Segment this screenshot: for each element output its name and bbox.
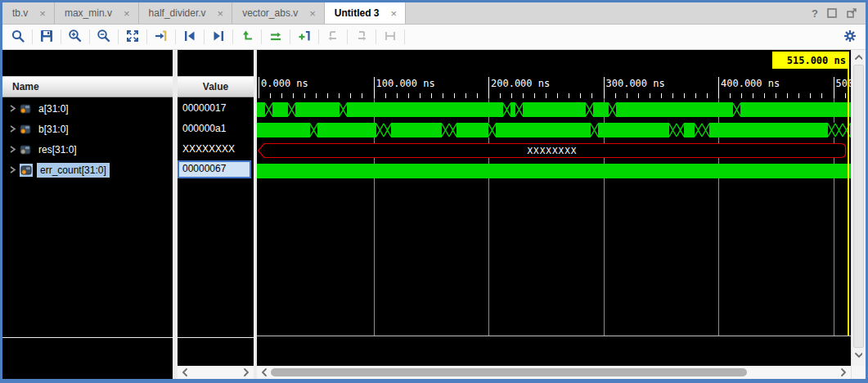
signal-value-cell[interactable]: 00000017 <box>178 98 254 119</box>
scroll-down-icon[interactable] <box>852 349 864 363</box>
add-marker-button[interactable] <box>294 27 315 47</box>
tab-label: Untitled 3 <box>335 7 380 19</box>
zoom-in-button[interactable] <box>65 27 86 47</box>
bus-transition <box>828 123 850 137</box>
next-marker-icon <box>268 29 283 46</box>
tab-close-icon[interactable]: × <box>39 8 46 19</box>
tab-untitled-3[interactable]: Untitled 3× <box>325 2 406 24</box>
bus-transition <box>503 102 510 117</box>
expand-icon[interactable] <box>9 165 16 174</box>
gear-icon <box>843 29 857 46</box>
wave-vertical-scrollbar[interactable] <box>851 50 866 379</box>
value-header-label: Value <box>203 81 228 92</box>
bus-signal-icon <box>20 145 31 155</box>
zoom-out-button[interactable] <box>93 27 115 47</box>
toolbar-separator <box>146 29 147 44</box>
tab-close-icon[interactable]: × <box>391 8 398 19</box>
signal-value-cell[interactable]: XXXXXXXX <box>178 139 254 160</box>
wave-horizontal-scrollbar[interactable] <box>257 366 851 379</box>
unknown-value-wave: XXXXXXXX <box>257 143 851 158</box>
toolbar-separator <box>404 29 405 44</box>
previous-marker-icon <box>240 29 254 46</box>
go-to-time-icon <box>154 29 169 46</box>
waveform-panel[interactable]: 515.000 ns 0.000 ns100.000 ns200.000 ns3… <box>257 50 851 379</box>
signal-name-panel: Name a[31:0]b[31:0]res[31:0]err_count[31… <box>2 50 173 379</box>
tab-close-icon[interactable]: × <box>218 8 224 19</box>
zoom-in-icon <box>68 29 83 46</box>
panel-divider-line <box>178 337 254 338</box>
toolbar-separator <box>204 29 205 44</box>
tab-label: tb.v <box>12 7 28 19</box>
signal-row-a[31:0][interactable]: a[31:0] <box>2 98 173 119</box>
previous-cursor-icon <box>326 29 340 46</box>
save-button[interactable] <box>36 27 57 47</box>
previous-cursor-button <box>322 27 344 47</box>
value-edit-box[interactable]: 00000067 <box>178 160 251 178</box>
wave-row-b[31:0][interactable] <box>257 119 851 139</box>
float-icon[interactable] <box>846 7 857 19</box>
scroll-left-icon[interactable] <box>179 366 191 379</box>
tab-tb-v[interactable]: tb.v× <box>2 2 55 24</box>
signal-name-label: a[31:0] <box>35 101 72 116</box>
scroll-right-icon[interactable] <box>838 366 849 379</box>
bus-signal-icon <box>20 124 31 134</box>
signal-row-b[31:0][interactable]: b[31:0] <box>2 119 173 139</box>
tab-close-icon[interactable]: × <box>309 8 316 19</box>
name-header-label: Name <box>12 81 39 92</box>
toolbar-separator <box>32 29 33 44</box>
wave-row-a[31:0][interactable] <box>257 98 851 119</box>
name-column-header[interactable]: Name <box>2 76 173 97</box>
bus-transition <box>442 123 456 137</box>
major-tick <box>604 77 605 98</box>
bus-transition <box>488 123 496 137</box>
wave-bottom-line <box>257 336 851 336</box>
time-ruler[interactable]: 0.000 ns100.000 ns200.000 ns300.000 ns40… <box>257 75 851 98</box>
tab-close-icon[interactable]: × <box>124 8 130 19</box>
svg-text:XXXXXXXX: XXXXXXXX <box>528 146 578 156</box>
bus-transition <box>695 123 709 137</box>
previous-transition-button[interactable] <box>179 27 200 47</box>
waveform-rows[interactable]: XXXXXXXX <box>257 98 851 201</box>
value-column-header[interactable]: Value <box>178 76 254 97</box>
next-marker-button[interactable] <box>265 27 286 47</box>
bus-signal-icon <box>20 164 33 177</box>
maximize-icon[interactable] <box>826 7 838 19</box>
bus-transition <box>609 102 616 117</box>
tab-max-min-v[interactable]: max_min.v× <box>55 2 139 24</box>
previous-marker-button[interactable] <box>236 27 258 47</box>
toolbar-separator <box>376 29 376 44</box>
wave-row-res[31:0][interactable]: XXXXXXXX <box>257 139 851 160</box>
expand-icon[interactable] <box>9 104 16 113</box>
go-to-time-button[interactable] <box>151 27 172 47</box>
help-icon[interactable]: ? <box>812 7 818 20</box>
toolbar-separator <box>232 29 233 44</box>
zoom-fit-button[interactable] <box>122 27 143 47</box>
time-cursor-line[interactable] <box>848 69 849 336</box>
scroll-up-icon[interactable] <box>852 52 864 65</box>
value-horizontal-scrollbar[interactable] <box>178 366 254 379</box>
tab-label: vector_abs.v <box>242 7 298 19</box>
major-tick <box>718 77 719 98</box>
signal-row-res[31:0][interactable]: res[31:0] <box>2 139 173 160</box>
signal-value-panel: Value 00000017000000a1XXXXXXXX00000067 <box>178 50 254 379</box>
wave-scroll-thumb[interactable] <box>271 368 747 376</box>
signal-value-cell[interactable]: 00000067 <box>178 160 254 180</box>
zoom-out-icon <box>97 29 111 46</box>
search-button[interactable] <box>7 27 29 47</box>
wave-row-err_count[31:0][interactable] <box>257 160 851 180</box>
window-buttons: ? <box>803 2 866 24</box>
bus-transition <box>288 102 295 117</box>
tab-half-divider-v[interactable]: half_divider.v× <box>139 2 233 24</box>
signal-row-err_count[31:0][interactable]: err_count[31:0] <box>2 160 173 180</box>
major-tick <box>834 77 834 98</box>
tab-vector-abs-v[interactable]: vector_abs.v× <box>232 2 325 24</box>
next-transition-button[interactable] <box>208 27 229 47</box>
expand-icon[interactable] <box>9 145 16 154</box>
bus-transition <box>586 102 593 117</box>
scroll-left-icon[interactable] <box>259 366 270 379</box>
settings-button[interactable] <box>839 27 861 47</box>
signal-value-cell[interactable]: 000000a1 <box>178 119 254 139</box>
expand-icon[interactable] <box>9 124 16 133</box>
scroll-right-icon[interactable] <box>241 366 252 379</box>
wave-vscroll-thumb[interactable] <box>853 65 864 348</box>
